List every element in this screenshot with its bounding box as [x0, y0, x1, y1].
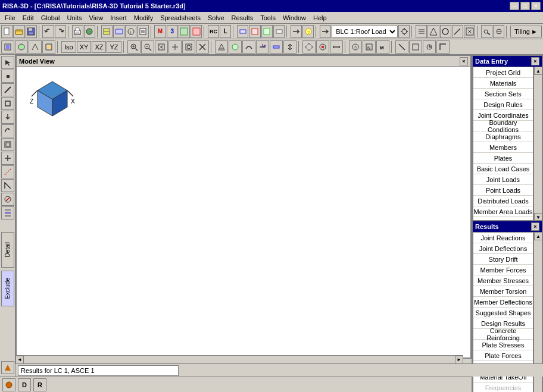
- res-concrete-reinforcing[interactable]: Concrete Reinforcing: [473, 329, 533, 340]
- tb-btn-8[interactable]: i: [125, 25, 136, 38]
- app-bar-icon[interactable]: [2, 378, 15, 391]
- close-button[interactable]: ×: [531, 2, 541, 10]
- de-boundary-conditions[interactable]: Boundary Conditions: [473, 121, 533, 131]
- tb2-btn-17[interactable]: ?: [349, 40, 362, 54]
- tb2-btn-4[interactable]: [42, 40, 55, 54]
- res-joint-deflections[interactable]: Joint Deflections: [473, 243, 533, 254]
- left-btn-rotate[interactable]: [1, 124, 14, 137]
- tb-btn-24[interactable]: [452, 25, 463, 38]
- exclude-button[interactable]: Exclude: [1, 271, 14, 306]
- menu-help[interactable]: Help: [310, 13, 330, 23]
- de-point-loads[interactable]: Point Loads: [473, 185, 533, 196]
- tb2-btn-2[interactable]: [15, 40, 28, 54]
- left-btn-node[interactable]: [1, 70, 14, 83]
- undo-button[interactable]: [42, 25, 54, 38]
- tb-btn-25[interactable]: [464, 25, 475, 38]
- left-btn-8[interactable]: [1, 152, 14, 165]
- res-plate-stresses[interactable]: Plate Stresses: [473, 340, 533, 350]
- tb-btn-5[interactable]: [84, 25, 95, 38]
- tiling-button[interactable]: Tiling ►: [510, 26, 542, 37]
- tb2-btn-5[interactable]: [168, 40, 182, 54]
- maximize-button[interactable]: □: [520, 2, 530, 10]
- menu-window[interactable]: Window: [279, 13, 310, 23]
- res-joint-reactions[interactable]: Joint Reactions: [473, 233, 533, 243]
- tb-btn-26[interactable]: [481, 25, 492, 38]
- res-member-forces[interactable]: Member Forces: [473, 265, 533, 275]
- menu-results[interactable]: Results: [228, 13, 257, 23]
- tb2-btn-9[interactable]: [229, 40, 242, 54]
- left-btn-bottom[interactable]: [1, 361, 14, 374]
- tb-btn-letters[interactable]: RC: [208, 25, 219, 38]
- tb2-btn-14[interactable]: [302, 40, 316, 54]
- de-basic-load-cases[interactable]: Basic Load Cases: [473, 164, 533, 174]
- tb-btn-7[interactable]: [113, 25, 124, 38]
- h-scroll-left-btn[interactable]: ◄: [15, 356, 24, 364]
- res-story-drift[interactable]: Story Drift: [473, 254, 533, 265]
- redo-button[interactable]: [55, 25, 66, 38]
- tb2-btn-15[interactable]: [316, 40, 329, 54]
- tb2-btn-6[interactable]: [182, 40, 195, 54]
- tb-btn-15[interactable]: [237, 25, 248, 38]
- menu-global[interactable]: Global: [38, 13, 64, 23]
- res-member-stresses[interactable]: Member Stresses: [473, 275, 533, 286]
- zoom-in-button[interactable]: [127, 40, 141, 54]
- res-scroll-up[interactable]: ▲: [534, 232, 542, 240]
- de-design-rules[interactable]: Design Rules: [473, 99, 533, 110]
- de-joint-loads[interactable]: Joint Loads: [473, 174, 533, 185]
- menu-edit[interactable]: Edit: [19, 13, 38, 23]
- menu-spreadsheets[interactable]: Spreadsheets: [157, 13, 204, 23]
- de-section-sets[interactable]: Section Sets: [473, 89, 533, 99]
- data-entry-close-btn[interactable]: ×: [531, 57, 539, 65]
- tb-btn-18[interactable]: [273, 25, 285, 38]
- tb2-btn-18[interactable]: N: [363, 40, 376, 54]
- menu-tools[interactable]: Tools: [257, 13, 279, 23]
- tb-btn-23[interactable]: [440, 25, 451, 38]
- tb2-btn-22[interactable]: [423, 40, 436, 54]
- xy-button[interactable]: XY: [77, 41, 92, 53]
- res-suggested-shapes[interactable]: Suggested Shapes: [473, 308, 533, 318]
- tb-btn-27[interactable]: [493, 25, 504, 38]
- tb2-btn-7[interactable]: [196, 40, 209, 54]
- tb-btn-12[interactable]: [179, 25, 190, 38]
- open-button[interactable]: [13, 25, 24, 38]
- menu-file[interactable]: File: [1, 13, 19, 23]
- res-member-deflections[interactable]: Member Deflections: [473, 297, 533, 308]
- tb2-btn-12[interactable]: [270, 40, 283, 54]
- left-btn-10[interactable]: [1, 193, 14, 206]
- tb-btn-11[interactable]: 3: [167, 25, 178, 38]
- tb-btn-21[interactable]: [416, 25, 427, 38]
- tb2-btn-10[interactable]: [242, 40, 255, 54]
- menu-units[interactable]: Units: [64, 13, 86, 23]
- tb-btn-13[interactable]: [191, 25, 202, 38]
- model-view-close[interactable]: ×: [460, 57, 468, 65]
- tb2-btn-8[interactable]: [215, 40, 228, 54]
- menu-solve[interactable]: Solve: [204, 13, 228, 23]
- de-diaphragms[interactable]: Diaphragms: [473, 131, 533, 142]
- tb-btn-10[interactable]: M: [154, 25, 166, 38]
- res-plate-forces[interactable]: Plate Forces: [473, 350, 533, 361]
- left-btn-select[interactable]: [1, 56, 14, 69]
- zoom-out-button[interactable]: [141, 40, 154, 54]
- menu-view[interactable]: View: [86, 13, 107, 23]
- tb2-btn-21[interactable]: [409, 40, 422, 54]
- de-plates[interactable]: Plates: [473, 153, 533, 164]
- left-btn-7[interactable]: [1, 138, 14, 151]
- res-member-torsion[interactable]: Member Torsion: [473, 286, 533, 297]
- left-btn-measure[interactable]: [1, 165, 14, 178]
- de-project-grid[interactable]: Project Grid: [473, 67, 533, 78]
- de-scroll-up[interactable]: ▲: [534, 67, 542, 75]
- tb-btn-14[interactable]: L: [220, 25, 231, 38]
- h-scroll-right-btn[interactable]: ►: [455, 356, 463, 364]
- tb-btn-20[interactable]: ?: [302, 25, 314, 38]
- de-members[interactable]: Members: [473, 142, 533, 153]
- new-button[interactable]: [1, 25, 13, 38]
- de-materials[interactable]: Materials: [473, 78, 533, 89]
- tb-btn-19[interactable]: [291, 25, 302, 38]
- tb2-btn-1[interactable]: [1, 40, 14, 54]
- xz-button[interactable]: XZ: [92, 41, 106, 53]
- left-btn-9[interactable]: [1, 179, 14, 192]
- tb-btn-22[interactable]: [427, 25, 439, 38]
- minimize-button[interactable]: ─: [510, 2, 519, 10]
- zoom-extent-button[interactable]: [155, 40, 168, 54]
- app-bar-d-btn[interactable]: D: [18, 378, 31, 391]
